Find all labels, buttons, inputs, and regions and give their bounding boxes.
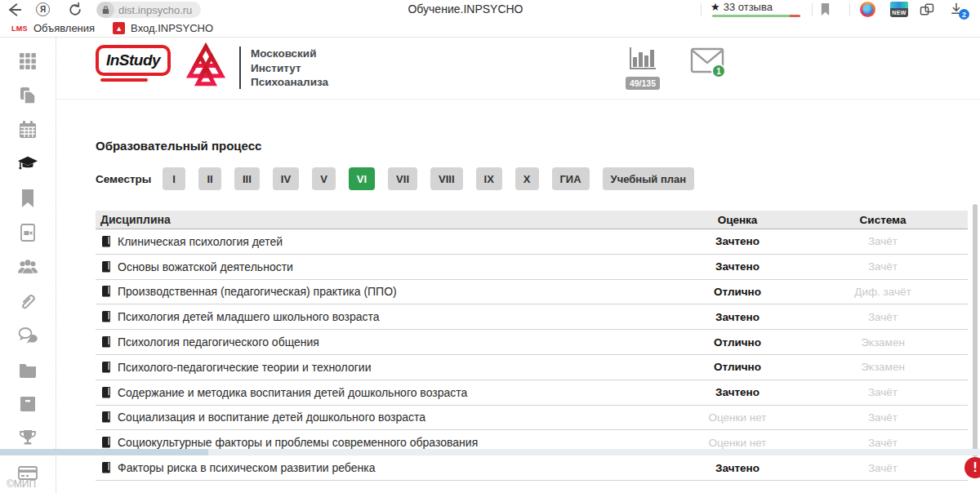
semester-tab-ГИА[interactable]: ГИА bbox=[552, 167, 590, 190]
education-graduation-cap-icon[interactable] bbox=[17, 153, 38, 175]
mip-triangle-logo[interactable] bbox=[180, 42, 231, 93]
bookmark-announcements[interactable]: LMS Объявления bbox=[7, 22, 100, 34]
bookmark-page-icon[interactable] bbox=[819, 2, 831, 16]
semester-tab-VI[interactable]: VI bbox=[349, 167, 375, 190]
collections-icon[interactable] bbox=[919, 2, 935, 18]
column-system: Система bbox=[809, 214, 968, 226]
yandex-services-icon[interactable]: Я bbox=[36, 2, 50, 16]
bookmark-icon[interactable] bbox=[17, 188, 38, 209]
bookmark-login-inpsycho[interactable]: ▲ Вход.INPSYCHO bbox=[108, 22, 218, 34]
separator bbox=[812, 3, 813, 16]
main-content: InStudy Московский Институт Психоанализа bbox=[56, 38, 980, 493]
progress-stats-widget[interactable]: 49/135 bbox=[623, 46, 662, 90]
back-icon[interactable] bbox=[5, 2, 23, 18]
discipline-link[interactable]: Клиническая психология детей bbox=[96, 235, 666, 248]
discipline-name: Социокультурные факторы и проблемы совре… bbox=[118, 436, 478, 449]
semester-tab-IX[interactable]: IX bbox=[476, 167, 502, 190]
grade-value: Отлично bbox=[666, 361, 809, 373]
site-reviews-widget[interactable]: ★ 33 отзыва bbox=[710, 1, 805, 17]
discipline-link[interactable]: Психолого-педагогические теории и технол… bbox=[96, 361, 666, 374]
semester-tab-IV[interactable]: IV bbox=[273, 167, 299, 190]
table-row: Клиническая психология детейЗачтеноЗачёт bbox=[96, 229, 968, 255]
discipline-link[interactable]: Содержание и методика воспитания детей д… bbox=[96, 386, 666, 399]
instudy-logo[interactable]: InStudy bbox=[96, 45, 171, 81]
documents-icon[interactable] bbox=[17, 85, 38, 106]
site-header: InStudy Московский Институт Психоанализа bbox=[56, 38, 980, 100]
groups-people-icon[interactable] bbox=[17, 256, 38, 278]
progress-badge: 49/135 bbox=[626, 77, 660, 90]
book-icon bbox=[100, 387, 112, 398]
grade-value: Зачтено bbox=[666, 235, 809, 247]
semester-tab-V[interactable]: V bbox=[312, 167, 336, 190]
discipline-link[interactable]: Производственная (педагогическая) практи… bbox=[96, 285, 666, 298]
vertical-scrollbar-thumb[interactable] bbox=[973, 204, 978, 457]
grade-value: Отлично bbox=[666, 286, 809, 298]
separator bbox=[701, 3, 702, 16]
discipline-link[interactable]: Факторы риска в психическом развитии реб… bbox=[96, 461, 666, 474]
grade-value: Оценки нет bbox=[666, 411, 809, 424]
book-icon bbox=[100, 362, 112, 373]
table-row: Производственная (педагогическая) практи… bbox=[96, 280, 968, 305]
system-value: Зачёт bbox=[809, 437, 968, 449]
folder-icon[interactable] bbox=[17, 359, 38, 380]
video-materials-icon[interactable] bbox=[17, 222, 38, 243]
institute-name: Московский Институт Психоанализа bbox=[251, 47, 328, 90]
book-icon bbox=[100, 261, 112, 273]
achievements-trophy-icon[interactable] bbox=[17, 428, 38, 449]
messages-chat-icon[interactable] bbox=[17, 325, 38, 346]
horizontal-scrollbar[interactable] bbox=[0, 449, 980, 455]
mail-badge: 1 bbox=[711, 64, 726, 78]
url-text: dist.inpsycho.ru bbox=[114, 4, 192, 16]
discipline-link[interactable]: Социализация и воспитание детей дошкольн… bbox=[96, 411, 666, 424]
table-body: Клиническая психология детейЗачтеноЗачёт… bbox=[96, 229, 968, 481]
page-title: Обучение.INPSYCHO bbox=[359, 2, 572, 16]
book-icon bbox=[100, 336, 112, 348]
semesters-row: Семестры IIIIIIIVVVIVIIVIIIIXXГИАУчебный… bbox=[96, 167, 694, 190]
reviews-label: 33 отзыва bbox=[724, 1, 773, 13]
lock-icon[interactable] bbox=[96, 2, 114, 18]
book-icon bbox=[100, 286, 112, 297]
table-row: Основы вожатской деятельностиЗачтеноЗачё… bbox=[96, 255, 968, 280]
discipline-link[interactable]: Психология детей младшего школьного возр… bbox=[96, 310, 666, 323]
attachments-paperclip-icon[interactable] bbox=[17, 291, 38, 312]
book-icon bbox=[100, 411, 112, 423]
discipline-name: Психология педагогического общения bbox=[118, 335, 319, 349]
calendar-icon[interactable] bbox=[17, 119, 38, 140]
system-value: Экзамен bbox=[809, 361, 968, 373]
semester-tab-Учебный план[interactable]: Учебный план bbox=[603, 167, 694, 190]
discipline-link[interactable]: Социокультурные факторы и проблемы совре… bbox=[96, 436, 666, 449]
discipline-link[interactable]: Психология педагогического общения bbox=[96, 335, 666, 349]
mail-widget[interactable]: 1 bbox=[690, 47, 728, 77]
semester-tab-VII[interactable]: VII bbox=[388, 167, 417, 190]
semester-tabs: IIIIIIIVVVIVIIVIIIIXXГИАУчебный план bbox=[163, 167, 694, 190]
alert-icon[interactable]: ! bbox=[964, 457, 980, 478]
semester-tab-I[interactable]: I bbox=[163, 167, 185, 190]
discipline-link[interactable]: Основы вожатской деятельности bbox=[96, 260, 666, 273]
instudy-logo-text: InStudy bbox=[106, 51, 160, 69]
system-value: Диф. зачёт bbox=[809, 286, 968, 298]
grade-value: Зачтено bbox=[666, 260, 809, 273]
semester-tab-II[interactable]: II bbox=[198, 167, 221, 190]
semesters-label: Семестры bbox=[96, 173, 163, 185]
mip-favicon: ▲ bbox=[113, 22, 125, 34]
address-bar[interactable]: dist.inpsycho.ru bbox=[96, 2, 201, 18]
semester-tab-III[interactable]: III bbox=[234, 167, 260, 190]
avatar-inner bbox=[862, 4, 873, 15]
header-divider bbox=[239, 47, 241, 89]
bookmark-label: Объявления bbox=[33, 22, 95, 34]
semester-tab-VIII[interactable]: VIII bbox=[430, 167, 463, 190]
horizontal-scrollbar-thumb[interactable] bbox=[0, 449, 208, 455]
archive-box-icon[interactable] bbox=[17, 393, 38, 415]
book-icon bbox=[100, 437, 112, 448]
profile-avatar[interactable] bbox=[860, 2, 875, 17]
grade-value: Зачтено bbox=[666, 386, 809, 398]
left-sidebar bbox=[0, 38, 56, 493]
reload-icon[interactable] bbox=[67, 2, 83, 18]
grade-value: Зачтено bbox=[666, 311, 809, 323]
apps-grid-icon[interactable] bbox=[17, 51, 38, 72]
new-feature-icon[interactable]: NEW bbox=[890, 2, 908, 17]
downloads-icon[interactable]: 2 bbox=[949, 2, 969, 18]
semester-tab-X[interactable]: X bbox=[515, 167, 539, 190]
copyright-label: ©МИП bbox=[7, 478, 36, 490]
bar-chart-icon bbox=[628, 46, 657, 72]
